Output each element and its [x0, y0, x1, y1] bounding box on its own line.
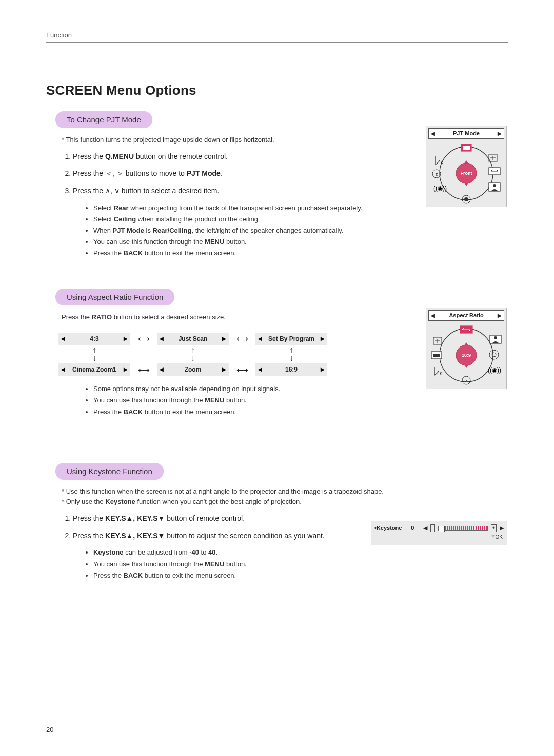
- svg-point-25: [489, 350, 499, 359]
- updown-arrow-icon: ↑↓: [255, 345, 327, 363]
- slider-min: -: [430, 524, 435, 532]
- ratio-center-label: 16:9: [462, 353, 471, 358]
- keystone-label: •Keystone: [374, 524, 402, 532]
- pjt-mode-diagram: ◀ PJT Mode ▶ Front K z ((◉)): [426, 126, 507, 207]
- section-keystone: Using Keystone Function * Use this funct…: [46, 463, 508, 580]
- svg-text:z: z: [465, 378, 468, 383]
- pjt-bullet: When PJT Mode is Rear/Ceiling, the left/…: [93, 226, 369, 235]
- svg-marker-3: [464, 183, 468, 186]
- svg-marker-2: [464, 160, 468, 164]
- pjt-diagram-title: PJT Mode: [453, 130, 480, 136]
- keystone-osd: •Keystone 0 ◀ - + ▶ ꔉOK: [371, 521, 507, 545]
- ratio-cinema-zoom1: ◀Cinema Zoom1▶: [58, 363, 130, 376]
- section-heading-ratio: Using Aspect Ratio Function: [55, 289, 174, 305]
- header-section: Function: [46, 31, 72, 40]
- ratio-just-scan: ◀Just Scan▶: [157, 333, 229, 345]
- svg-text:z: z: [436, 172, 438, 177]
- slider-max: +: [491, 524, 497, 532]
- pjt-bullet: Select Ceiling when installing the produ…: [93, 215, 369, 224]
- svg-text:K: K: [441, 160, 444, 165]
- svg-point-6: [464, 197, 468, 201]
- ratio-diagram-title: Aspect Ratio: [449, 312, 483, 318]
- updown-arrow-icon: ↑↓: [157, 345, 229, 363]
- svg-point-24: [494, 336, 497, 339]
- double-arrow-icon: ⟷: [230, 364, 254, 376]
- pjt-bullet: You can use this function through the ME…: [93, 237, 369, 247]
- keystone-slider[interactable]: [438, 526, 487, 531]
- keystone-value: 0: [405, 524, 420, 532]
- svg-marker-17: [464, 342, 468, 345]
- svg-point-26: [492, 353, 496, 357]
- keystone-note-2: * Only use the Keystone function when yo…: [62, 497, 508, 506]
- svg-text:((◉)): ((◉)): [488, 366, 501, 374]
- pjt-step-1: Press the Q.MENU button on the remote co…: [73, 152, 369, 162]
- chevron-left-icon: ◀: [431, 312, 435, 319]
- ratio-set-by-program: ◀Set By Program▶: [255, 333, 327, 345]
- chevron-right-icon: ▶: [498, 130, 502, 137]
- keystone-step-1: Press the KEY.S▲, KEY.S▼ button of remot…: [73, 514, 354, 524]
- page-header: Function: [46, 31, 508, 43]
- keystone-bullet: Press the BACK button to exit the menu s…: [93, 571, 354, 580]
- pjt-bullet: Press the BACK button to exit the menu s…: [93, 249, 369, 258]
- pjt-bullet: Select Rear when projecting from the bac…: [93, 203, 369, 213]
- double-arrow-icon: ⟷: [131, 333, 156, 344]
- pjt-step-2: Press the ＜, ＞ buttons to move to PJT Mo…: [73, 169, 369, 179]
- page-number: 20: [46, 725, 53, 734]
- ok-label: ꔉOK: [371, 534, 507, 543]
- keystone-bullet: You can use this function through the ME…: [93, 560, 354, 569]
- double-arrow-icon: ⟷: [131, 364, 156, 376]
- ratio-zoom: ◀Zoom▶: [157, 363, 229, 376]
- page-title: SCREEN Menu Options: [46, 81, 508, 99]
- ratio-bullet: Press the BACK button to exit the menu s…: [93, 407, 508, 417]
- chevron-left-icon: ◀: [431, 130, 435, 137]
- ratio-4-3: ◀4:3▶: [58, 333, 130, 345]
- chevron-left-icon: ◀: [423, 524, 427, 532]
- svg-text:K: K: [440, 371, 443, 376]
- svg-marker-18: [464, 365, 468, 368]
- keystone-note-1: * Use this function when the screen is n…: [62, 487, 508, 496]
- double-arrow-icon: ⟷: [230, 333, 254, 344]
- pjt-step-3: Press the ∧, ∨ button to select a desire…: [73, 186, 369, 196]
- aspect-ratio-flow: ◀4:3▶ ⟷ ◀Just Scan▶ ⟷ ◀Set By Program▶ ↑…: [58, 333, 346, 377]
- section-heading-pjt: To Change PJT Mode: [55, 111, 152, 128]
- updown-arrow-icon: ↑↓: [58, 345, 130, 363]
- section-heading-keystone: Using Keystone Function: [55, 463, 164, 480]
- chevron-right-icon: ▶: [500, 524, 504, 532]
- pjt-center-label: Front: [461, 171, 472, 176]
- section-pjt-mode: To Change PJT Mode * This function turns…: [46, 111, 508, 258]
- ratio-bullet: You can use this function through the ME…: [93, 396, 508, 405]
- svg-text:((◉)): ((◉)): [433, 185, 447, 192]
- ratio-16-9: ◀16:9▶: [255, 363, 327, 376]
- section-aspect-ratio: Using Aspect Ratio Function Press the RA…: [46, 289, 508, 416]
- keystone-step-2: Press the KEY.S▲, KEY.S▼ button to adjus…: [73, 531, 354, 541]
- aspect-ratio-diagram: ◀ Aspect Ratio ▶ 16:9 K ((◉)) z: [426, 308, 507, 389]
- keystone-bullet: Keystone can be adjusted from -40 to 40.: [93, 548, 354, 557]
- chevron-right-icon: ▶: [498, 312, 502, 319]
- svg-point-14: [493, 184, 496, 187]
